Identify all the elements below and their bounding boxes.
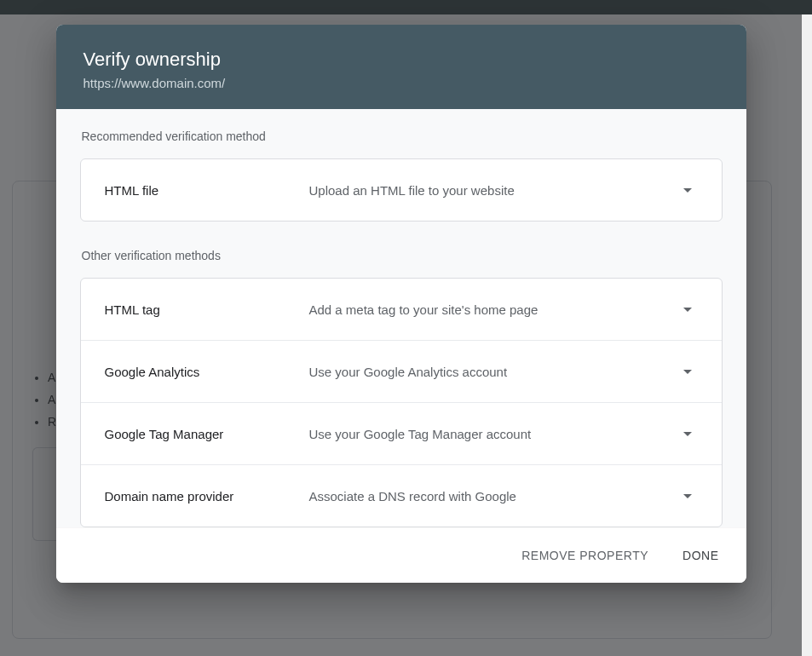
method-desc: Use your Google Tag Manager account xyxy=(309,427,677,441)
method-google-tag-manager[interactable]: Google Tag Manager Use your Google Tag M… xyxy=(81,403,722,465)
method-name: Domain name provider xyxy=(105,489,309,504)
chevron-down-icon xyxy=(677,486,698,506)
done-button[interactable]: DONE xyxy=(679,544,722,567)
method-name: Google Analytics xyxy=(105,365,309,379)
chevron-down-icon xyxy=(677,361,698,382)
method-google-analytics[interactable]: Google Analytics Use your Google Analyti… xyxy=(81,341,722,403)
modal-body: Recommended verification method HTML fil… xyxy=(56,109,746,527)
chevron-down-icon xyxy=(677,299,698,319)
remove-property-button[interactable]: REMOVE PROPERTY xyxy=(518,544,652,567)
other-section-label: Other verification methods xyxy=(82,249,723,262)
modal-overlay: Verify ownership https://www.domain.com/… xyxy=(0,14,802,656)
method-domain-name-provider[interactable]: Domain name provider Associate a DNS rec… xyxy=(81,465,722,527)
chevron-down-icon xyxy=(677,180,698,200)
chevron-down-icon xyxy=(677,423,698,444)
modal-subtitle: https://www.domain.com/ xyxy=(84,76,719,90)
recommended-method-card[interactable]: HTML file Upload an HTML file to your we… xyxy=(80,158,723,222)
method-html-tag[interactable]: HTML tag Add a meta tag to your site's h… xyxy=(81,279,722,341)
method-desc: Add a meta tag to your site's home page xyxy=(309,302,677,317)
method-html-file[interactable]: HTML file Upload an HTML file to your we… xyxy=(81,159,722,221)
modal-footer: REMOVE PROPERTY DONE xyxy=(56,527,746,583)
scrollbar[interactable] xyxy=(802,14,812,656)
method-name: HTML file xyxy=(105,183,309,198)
method-name: Google Tag Manager xyxy=(105,427,309,441)
modal-header: Verify ownership https://www.domain.com/ xyxy=(56,25,746,109)
recommended-section-label: Recommended verification method xyxy=(82,129,723,143)
verify-ownership-modal: Verify ownership https://www.domain.com/… xyxy=(56,25,746,583)
modal-title: Verify ownership xyxy=(84,49,719,71)
other-methods-list: HTML tag Add a meta tag to your site's h… xyxy=(80,278,723,527)
method-desc: Use your Google Analytics account xyxy=(309,365,677,379)
method-desc: Upload an HTML file to your website xyxy=(309,183,677,198)
app-top-bar xyxy=(0,0,812,14)
method-desc: Associate a DNS record with Google xyxy=(309,489,677,504)
method-name: HTML tag xyxy=(105,302,309,317)
